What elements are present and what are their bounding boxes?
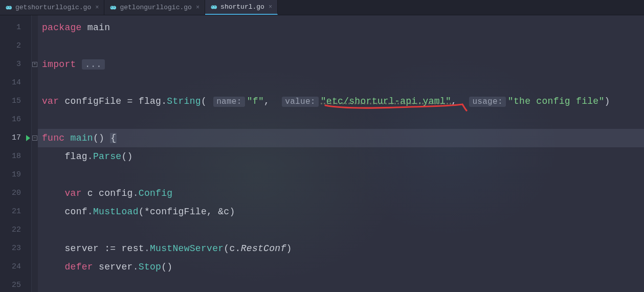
svg-point-9	[213, 5, 217, 9]
line-number: 2	[0, 37, 31, 55]
folded-region[interactable]: ...	[82, 59, 105, 70]
svg-point-10	[212, 6, 213, 7]
tab-label: shorturl.go	[220, 3, 264, 11]
line-number: 14	[0, 74, 31, 92]
code-line: server := rest.MustNewServer(c.RestConf)	[38, 239, 644, 258]
line-number: 1	[0, 18, 31, 37]
inlay-hint: value:	[282, 97, 318, 107]
code-line	[38, 110, 644, 129]
caret-position: {	[110, 133, 117, 143]
close-icon[interactable]: ×	[94, 4, 99, 11]
go-file-icon	[210, 4, 217, 11]
tab-getlongurllogic[interactable]: getlongurllogic.go ×	[104, 0, 205, 15]
run-gutter-icon[interactable]	[26, 135, 30, 141]
svg-point-2	[7, 7, 8, 8]
code-line	[38, 166, 644, 184]
line-number: 22	[0, 221, 31, 239]
close-icon[interactable]: ×	[268, 4, 272, 11]
line-number-gutter: 1 2 3 14 15 16 17 18 19 20 21 22 23 24 2…	[0, 15, 32, 292]
tab-getshorturllogic[interactable]: getshorturllogic.go ×	[0, 0, 104, 15]
line-number: 20	[0, 184, 31, 203]
svg-point-3	[9, 7, 10, 8]
line-number: 24	[0, 258, 31, 276]
code-line: flag.Parse()	[38, 147, 644, 166]
svg-point-5	[113, 6, 116, 9]
inlay-hint: usage:	[469, 97, 505, 107]
svg-point-1	[8, 6, 12, 9]
code-line: package main	[38, 18, 644, 37]
code-line	[38, 37, 644, 55]
line-number: 21	[0, 203, 31, 221]
go-file-icon	[109, 4, 117, 11]
tab-label: getshorturllogic.go	[15, 4, 91, 11]
tab-label: getlongurllogic.go	[120, 4, 191, 11]
code-line: var configFile = flag.String( name:"f", …	[38, 92, 644, 110]
line-number: 3	[0, 55, 31, 74]
fold-gutter: + −	[32, 15, 38, 292]
svg-point-7	[114, 7, 115, 8]
code-line: var c config.Config	[38, 184, 644, 203]
code-line: func main() {	[38, 129, 644, 147]
tab-shorturl[interactable]: shorturl.go ×	[205, 0, 278, 15]
svg-point-11	[214, 6, 215, 7]
line-number: 17	[0, 129, 31, 147]
line-number: 18	[0, 147, 31, 166]
code-area[interactable]: package main import ... var configFile =…	[38, 15, 644, 292]
code-line	[38, 74, 644, 92]
line-number: 19	[0, 166, 31, 184]
line-number: 15	[0, 92, 31, 110]
go-file-icon	[5, 4, 12, 11]
line-number: 16	[0, 110, 31, 129]
code-line: import ...	[38, 55, 644, 74]
code-line	[38, 221, 644, 239]
line-number: 25	[0, 276, 31, 292]
svg-point-6	[112, 7, 113, 8]
editor-tabs: getshorturllogic.go × getlongurllogic.go…	[0, 0, 644, 15]
line-number: 23	[0, 239, 31, 258]
code-line: conf.MustLoad(*configFile, &c)	[38, 203, 644, 221]
fold-expand-icon[interactable]: +	[32, 62, 37, 67]
fold-collapse-icon[interactable]: −	[32, 136, 37, 141]
code-line	[38, 276, 644, 292]
code-editor[interactable]: 1 2 3 14 15 16 17 18 19 20 21 22 23 24 2…	[0, 15, 644, 292]
close-icon[interactable]: ×	[195, 4, 199, 11]
inlay-hint: name:	[213, 97, 245, 107]
code-line: defer server.Stop()	[38, 258, 644, 276]
